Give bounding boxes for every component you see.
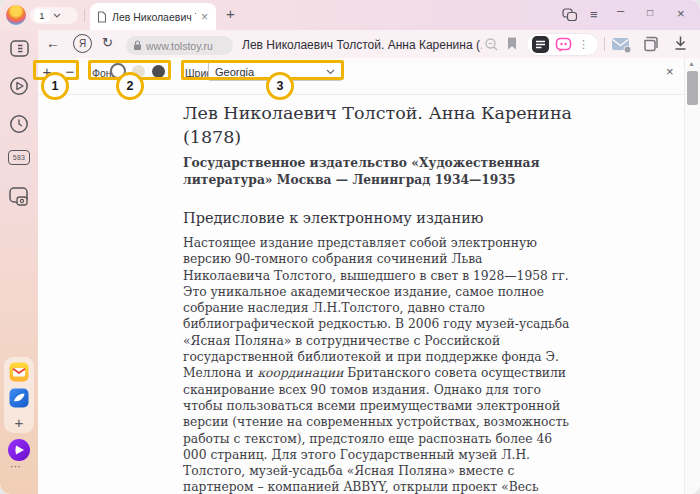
history-clock-icon[interactable] [9, 114, 29, 134]
scroll-up-icon[interactable]: ▲ [688, 60, 695, 67]
yandex-home-icon[interactable]: Я [73, 34, 92, 53]
paragraph-text: Настоящее издание представляет собой эле… [183, 236, 569, 380]
add-app-button[interactable]: + [9, 412, 29, 432]
annotation-box-font [181, 60, 344, 80]
menu-icon[interactable]: ≡ [590, 7, 598, 22]
divider [84, 9, 85, 22]
yandex-mail-app-icon[interactable] [9, 362, 29, 382]
section-heading: Предисловие к электронному изданию [183, 210, 573, 226]
back-button[interactable]: ← [46, 35, 60, 51]
annotation-number-3: 3 [266, 72, 294, 100]
lock-icon [133, 40, 142, 51]
downloads-icon[interactable] [673, 35, 688, 52]
alice-assistant-icon[interactable] [7, 438, 31, 462]
new-tab-button[interactable]: + [226, 5, 235, 22]
tab-count-button[interactable]: 1 [30, 7, 78, 24]
tab-count-badge: 1 [34, 9, 50, 22]
document-icon [97, 11, 107, 23]
reload-icon[interactable]: ↻ [102, 35, 113, 50]
annotation-number-2: 2 [116, 72, 144, 100]
url-field[interactable]: www.tolstoy.ru [126, 36, 233, 55]
alice-summary-icon[interactable] [555, 37, 572, 53]
maximize-button[interactable]: □ [647, 7, 653, 18]
tab-title: Лев Николаевич Толст [112, 11, 196, 23]
screenshot-icon[interactable] [9, 186, 29, 206]
paragraph-italic: координации [257, 366, 343, 380]
find-on-page-icon[interactable] [484, 37, 499, 52]
profile-avatar[interactable] [6, 5, 26, 25]
sidebar-toggle-icon[interactable] [9, 38, 29, 58]
article-title: Лев Николаевич Толстой. Анна Каренина (1… [183, 102, 573, 149]
bookmark-icon[interactable] [506, 36, 518, 51]
tab-close-icon[interactable]: × [201, 11, 208, 23]
url-text: www.tolstoy.ru [146, 40, 213, 52]
tab-anna-karenina[interactable]: Лев Николаевич Толст × [90, 3, 216, 30]
annotation-number-1: 1 [41, 72, 69, 100]
chevron-down-icon [53, 13, 61, 18]
page-actions-pill: ⋮ [526, 33, 599, 56]
reader-close-icon[interactable]: × [666, 64, 674, 79]
sidebar-583-badge[interactable]: 583 [8, 150, 30, 165]
scrollbar-track[interactable] [684, 58, 700, 494]
media-play-icon[interactable] [9, 76, 29, 96]
reader-content: Лев Николаевич Толстой. Анна Каренина (1… [38, 95, 684, 494]
paragraph-text: Британского совета осуществили сканирова… [183, 366, 569, 494]
omnibox-page-title: Лев Николаевич Толстой. Анна Каренина (… [242, 38, 482, 52]
sidebar-more-icon[interactable]: ⋯ [10, 460, 22, 473]
reader-mode-icon[interactable] [532, 36, 549, 53]
browser-window: 1 Лев Николаевич Толст × + ≡ – □ × ← Я ↻… [0, 0, 700, 494]
publisher-line: Государственное издательство «Художестве… [183, 154, 573, 188]
minimize-button[interactable]: – [617, 3, 624, 18]
mail-icon[interactable] [611, 37, 632, 54]
article-paragraph: Настоящее издание представляет собой эле… [183, 235, 573, 494]
close-window-button[interactable]: × [677, 6, 685, 21]
yandex-disk-app-icon[interactable] [9, 388, 29, 408]
tab-bar: 1 Лев Николаевич Толст × + ≡ – □ × [0, 0, 700, 30]
chat-icon[interactable] [562, 8, 578, 22]
collections-icon[interactable] [642, 35, 661, 53]
scrollbar-thumb[interactable] [687, 71, 698, 105]
divider [604, 37, 605, 51]
more-actions-icon[interactable]: ⋮ [578, 38, 589, 51]
